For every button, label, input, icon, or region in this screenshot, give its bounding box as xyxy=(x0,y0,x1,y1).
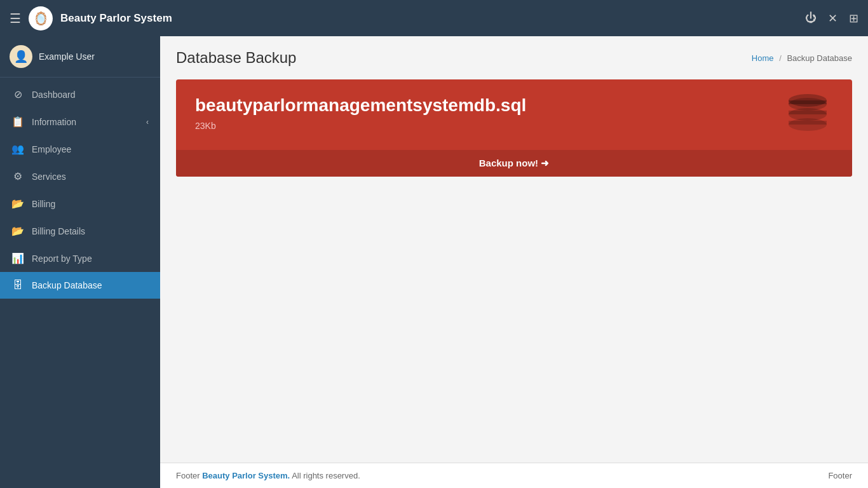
sidebar-item-billing[interactable]: 📂 Billing xyxy=(0,190,160,217)
user-avatar: 👤 xyxy=(10,45,32,68)
footer-brand: Beauty Parlor System. xyxy=(202,471,290,480)
sidebar-item-services[interactable]: ⚙ Services xyxy=(0,163,160,190)
footer-right: Footer xyxy=(828,471,852,480)
breadcrumb-home[interactable]: Home xyxy=(752,53,774,63)
sidebar-item-label: Billing Details xyxy=(32,226,85,236)
backup-card-content: beautyparlormanagementsystemdb.sql 23Kb xyxy=(195,95,833,150)
backup-filename: beautyparlormanagementsystemdb.sql xyxy=(195,95,526,116)
breadcrumb: Home / Backup Database xyxy=(752,53,852,63)
grid-icon[interactable]: ⊞ xyxy=(849,11,858,25)
backup-button-bar: Backup now! ➜ xyxy=(176,150,852,177)
page-title: Database Backup xyxy=(176,49,296,67)
sidebar-item-dashboard[interactable]: ⊘ Dashboard xyxy=(0,81,160,108)
services-icon: ⚙ xyxy=(11,170,24,182)
sidebar-item-label: Billing xyxy=(32,199,55,209)
sidebar: 👤 Example User ⊘ Dashboard 📋 Information… xyxy=(0,36,160,488)
information-icon: 📋 xyxy=(11,116,24,128)
billing-details-icon: 📂 xyxy=(11,225,24,237)
backup-icon: 🗄 xyxy=(11,280,24,291)
footer: Footer Beauty Parlor System. All rights … xyxy=(160,463,868,488)
breadcrumb-separator: / xyxy=(779,53,782,63)
header-left: ☰ 🪞 Beauty Parlor System xyxy=(10,6,172,30)
menu-toggle[interactable]: ☰ xyxy=(10,11,21,26)
chevron-left-icon: ‹ xyxy=(146,118,149,126)
page-header: Database Backup Home / Backup Database xyxy=(176,49,852,67)
backup-now-button[interactable]: Backup now! ➜ xyxy=(479,158,550,169)
footer-suffix: All rights reserved. xyxy=(292,471,360,480)
svg-point-6 xyxy=(789,118,827,131)
sidebar-item-label: Dashboard xyxy=(32,90,76,100)
sidebar-item-billing-details[interactable]: 📂 Billing Details xyxy=(0,217,160,245)
sidebar-item-backup-database[interactable]: 🗄 Backup Database xyxy=(0,272,160,299)
close-icon[interactable]: ✕ xyxy=(828,11,837,25)
backup-btn-label: Backup now! xyxy=(479,158,538,168)
user-name: Example User xyxy=(39,51,95,62)
sidebar-item-label: Backup Database xyxy=(32,280,102,290)
sidebar-item-information[interactable]: 📋 Information ‹ xyxy=(0,108,160,135)
database-icon xyxy=(782,89,833,150)
breadcrumb-current: Backup Database xyxy=(787,53,852,63)
backup-size: 23Kb xyxy=(195,121,526,131)
backup-info: beautyparlormanagementsystemdb.sql 23Kb xyxy=(195,95,526,147)
app-title: Beauty Parlor System xyxy=(60,12,172,25)
sidebar-user: 👤 Example User xyxy=(0,36,160,78)
backup-arrow-icon: ➜ xyxy=(541,158,549,168)
sidebar-nav: ⊘ Dashboard 📋 Information ‹ 👥 Employee ⚙… xyxy=(0,78,160,488)
sidebar-item-report-by-type[interactable]: 📊 Report by Type xyxy=(0,245,160,272)
employee-icon: 👥 xyxy=(11,143,24,155)
sidebar-item-label: Information xyxy=(32,117,76,127)
billing-icon: 📂 xyxy=(11,198,24,210)
sidebar-item-label: Employee xyxy=(32,144,71,154)
power-icon[interactable]: ⏻ xyxy=(805,11,817,25)
sidebar-item-employee[interactable]: 👥 Employee xyxy=(0,135,160,163)
top-header: ☰ 🪞 Beauty Parlor System ⏻ ✕ ⊞ xyxy=(0,0,868,36)
main-content: Database Backup Home / Backup Database b… xyxy=(160,36,868,488)
backup-card: beautyparlormanagementsystemdb.sql 23Kb xyxy=(176,79,852,177)
dashboard-icon: ⊘ xyxy=(11,88,24,100)
footer-prefix: Footer xyxy=(176,471,200,480)
sidebar-item-label: Report by Type xyxy=(32,254,92,264)
footer-left: Footer Beauty Parlor System. All rights … xyxy=(176,471,360,480)
app-logo: 🪞 xyxy=(29,6,53,30)
sidebar-item-label: Services xyxy=(32,172,66,182)
header-right: ⏻ ✕ ⊞ xyxy=(805,11,858,25)
report-icon: 📊 xyxy=(11,252,24,264)
